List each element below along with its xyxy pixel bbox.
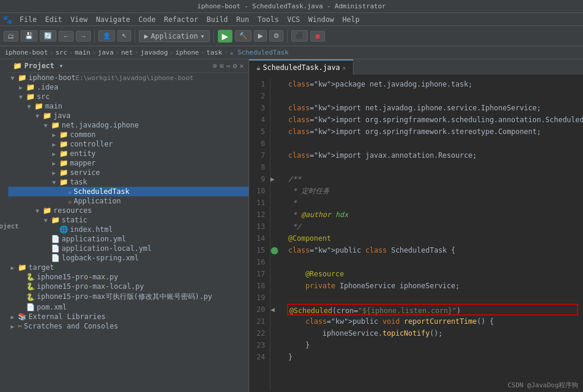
app-dropdown[interactable]: ▶ Application ▾ bbox=[139, 30, 210, 42]
tree-arrow: ▼ bbox=[11, 75, 18, 81]
expand-icon[interactable]: ⇔ bbox=[226, 62, 230, 70]
build-btn[interactable]: 🔨 bbox=[235, 30, 251, 42]
tree-item-label-11: service bbox=[70, 168, 100, 177]
run-btn[interactable]: ▶ bbox=[218, 30, 232, 43]
tab-icon: ☕ bbox=[256, 63, 260, 72]
settings-icon[interactable]: ⚙ bbox=[233, 62, 237, 70]
toolbar: 🗂 💾 🔄 ← → 👤 ↖ ▶ Application ▾ ▶ 🔨 ▶ ⚙ ⬛ … bbox=[0, 26, 583, 46]
dropdown-arrow[interactable]: ▾ bbox=[59, 62, 63, 70]
tree-item-1[interactable]: ▼📁 iphone-boot E:\workgit\javadog\iphone… bbox=[8, 73, 249, 82]
tree-item-icon-21: 📁 bbox=[18, 263, 27, 272]
tree-item-2[interactable]: ▶📁 .idea bbox=[8, 82, 249, 92]
line-number-24: 24 bbox=[251, 351, 265, 363]
tree-item-23[interactable]: 🐍 iphone15-pro-max-local.py bbox=[8, 282, 249, 291]
gutter-5 bbox=[270, 126, 282, 138]
tree-item-icon-13: ☕ bbox=[68, 187, 72, 196]
menu-item-tools[interactable]: Tools bbox=[254, 14, 282, 25]
tree-item-6[interactable]: ▼📁 net.javadog.iphone bbox=[8, 120, 249, 130]
menu-item-edit[interactable]: Edit bbox=[42, 14, 66, 25]
gutter-2 bbox=[270, 90, 282, 102]
tree-item-8[interactable]: ▶📁 controller bbox=[8, 139, 249, 149]
gutter-8 bbox=[270, 161, 282, 173]
breadcrumb-item-0[interactable]: iphone-boot bbox=[5, 49, 48, 56]
code-area[interactable]: 123456789101112131415161718192021222324 … bbox=[249, 76, 583, 392]
tree-item-10[interactable]: ▶📁 mapper bbox=[8, 158, 249, 168]
breadcrumb-item-6[interactable]: iphone bbox=[176, 49, 199, 56]
cursor-btn[interactable]: ↖ bbox=[117, 30, 131, 42]
title-text: iphone-boot - ScheduledTask.java - Admin… bbox=[197, 2, 386, 10]
tree-item-label-7: common bbox=[70, 130, 95, 139]
menu-item-file[interactable]: File bbox=[16, 14, 40, 25]
collapse-icon[interactable]: ≡ bbox=[219, 62, 224, 70]
menu-item-build[interactable]: Build bbox=[203, 14, 231, 25]
tree-item-19[interactable]: 📄 application-local.yml bbox=[8, 244, 249, 253]
tree-item-11[interactable]: ▶📁 service bbox=[8, 168, 249, 177]
menu-item-view[interactable]: View bbox=[67, 14, 91, 25]
gutter-18 bbox=[270, 280, 282, 292]
breadcrumb-item-4[interactable]: net bbox=[121, 49, 133, 56]
app-icon: 🐾 bbox=[2, 15, 12, 24]
tree-item-22[interactable]: 🐍 iphone15-pro-max.py bbox=[8, 272, 249, 282]
code-content[interactable]: class="kw">package net.javadog.iphone.ta… bbox=[282, 78, 583, 390]
menu-item-help[interactable]: Help bbox=[339, 14, 363, 25]
back-btn[interactable]: ← bbox=[59, 31, 74, 42]
tree-item-20[interactable]: 📄 logback-spring.xml bbox=[8, 253, 249, 263]
menu-item-refactor[interactable]: Refactor bbox=[160, 14, 202, 25]
tree-item-18[interactable]: 📄 application.yml bbox=[8, 234, 249, 244]
line-number-8: 8 bbox=[251, 161, 265, 173]
user-btn[interactable]: 👤 bbox=[98, 30, 115, 42]
tree-item-4[interactable]: ▼📁 main bbox=[8, 101, 249, 111]
breadcrumb-item-7[interactable]: task bbox=[206, 49, 222, 56]
tree-item-label-17: index.html bbox=[70, 225, 113, 234]
code-line-4: class="kw">import org.springframework.sc… bbox=[287, 114, 578, 126]
terminal-btn[interactable]: ⬛ bbox=[291, 30, 308, 42]
menu-item-navigate[interactable]: Navigate bbox=[93, 14, 134, 25]
menu-item-code[interactable]: Code bbox=[135, 14, 160, 25]
forward-btn[interactable]: → bbox=[76, 31, 91, 42]
refresh-btn[interactable]: 🔄 bbox=[40, 30, 56, 42]
tree-item-3[interactable]: ▼📁 src bbox=[8, 92, 249, 101]
breadcrumb-item-5[interactable]: javadog bbox=[141, 49, 168, 56]
stop-btn[interactable]: ⏹ bbox=[310, 31, 325, 42]
tree-item-7[interactable]: ▶📁 common bbox=[8, 130, 249, 139]
separator-1 bbox=[94, 30, 95, 43]
locate-icon[interactable]: ⊕ bbox=[213, 62, 217, 70]
attach-btn[interactable]: ⚙ bbox=[269, 30, 283, 42]
editor: ☕ ScheduledTask.java ✕ 12345678910111213… bbox=[249, 59, 583, 392]
close-sidebar-icon[interactable]: ✕ bbox=[240, 62, 244, 70]
tree-item-5[interactable]: ▼📁 java bbox=[8, 111, 249, 120]
tree-item-27[interactable]: ▶✂️ Scratches and Consoles bbox=[8, 321, 249, 331]
tab-scheduled-task[interactable]: ☕ ScheduledTask.java ✕ bbox=[249, 59, 353, 75]
tree-item-15[interactable]: ▼📁 resources bbox=[8, 206, 249, 215]
tree-item-17[interactable]: 🌐 index.html bbox=[8, 225, 249, 234]
breadcrumb-item-2[interactable]: main bbox=[75, 49, 91, 56]
tree-item-26[interactable]: ▶📚 External Libraries bbox=[8, 312, 249, 321]
coverage-btn[interactable]: ▶ bbox=[254, 30, 267, 42]
tree-item-13[interactable]: ☕ ScheduledTask bbox=[8, 187, 249, 196]
breadcrumb-item-1[interactable]: src bbox=[55, 49, 67, 56]
save-btn[interactable]: 💾 bbox=[21, 30, 37, 42]
breadcrumb-item-8[interactable]: ☕ ScheduledTask bbox=[230, 49, 288, 56]
tab-close-btn[interactable]: ✕ bbox=[342, 65, 346, 71]
tree-item-9[interactable]: ▶📁 entity bbox=[8, 149, 249, 158]
menu-item-run[interactable]: Run bbox=[232, 14, 253, 25]
line-number-18: 18 bbox=[251, 280, 265, 292]
gutter-15: ⬤ bbox=[270, 244, 282, 256]
tree-item-14[interactable]: ☕ Application bbox=[8, 196, 249, 206]
tree-item-12[interactable]: ▼📁 task bbox=[8, 177, 249, 187]
project-btn[interactable]: 🗂 bbox=[4, 31, 18, 42]
tree-arrow: ▼ bbox=[27, 103, 34, 110]
gutter-20: ◀ bbox=[270, 304, 282, 315]
breadcrumb-item-3[interactable]: java bbox=[98, 49, 114, 56]
tree-item-icon-8: 📁 bbox=[59, 140, 68, 148]
tree-item-24[interactable]: 🐍 iphone15-pro-max可执行版(修改其中账号密码).py bbox=[8, 291, 249, 302]
tree-item-25[interactable]: 📄 pom.xml bbox=[8, 302, 249, 312]
tree-item-21[interactable]: ▶📁 target bbox=[8, 263, 249, 272]
tree-item-label-2: .idea bbox=[37, 83, 58, 91]
menu-item-vcs[interactable]: VCS bbox=[283, 14, 304, 25]
tree-item-label-4: main bbox=[45, 102, 62, 110]
tree-item-16[interactable]: ▼📁 static bbox=[8, 215, 249, 225]
menu-item-window[interactable]: Window bbox=[305, 14, 337, 25]
tree-arrow: ▶ bbox=[52, 170, 59, 176]
gutter-19 bbox=[270, 292, 282, 304]
